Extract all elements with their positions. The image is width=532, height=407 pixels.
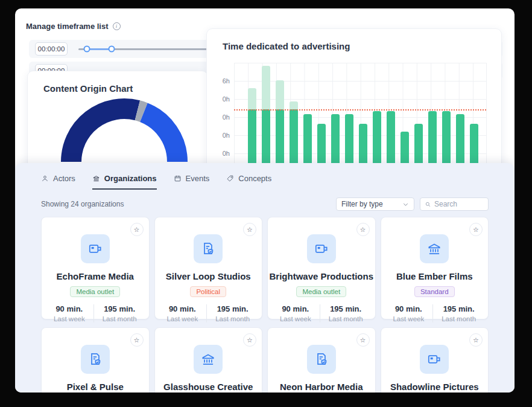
organization-card[interactable]: ☆ Shadowline Pictures Media outlet 90 mi… [381, 327, 489, 393]
organization-type-icon [194, 234, 223, 263]
stat-last-week-label: Last week [280, 315, 311, 322]
content-origin-donut-chart [60, 98, 188, 168]
video-icon [426, 351, 442, 367]
stat-last-month-label: Last month [442, 315, 476, 322]
tab-label: Organizations [104, 174, 157, 183]
favorite-star-button[interactable]: ☆ [356, 333, 370, 347]
timeframe-title: Manage timeframe list [26, 22, 109, 31]
filter-by-type-select[interactable]: Filter by type [336, 197, 414, 211]
organization-name: Glasshouse Creative [155, 382, 262, 392]
screenshot-root: { "colors": { "accent_blue": "#3b82f0", … [0, 0, 532, 407]
organization-name: Pixel & Pulse [42, 382, 149, 392]
tab-concepts[interactable]: Concepts [226, 174, 271, 190]
organization-card[interactable]: ☆ Glasshouse Creative Standard 90 min. L… [154, 327, 263, 393]
stat-last-month-value: 195 min. [442, 304, 476, 313]
entities-panel: ActorsOrganizationsEventsConcepts Showin… [15, 163, 515, 393]
stat-last-week-label: Last week [54, 315, 85, 322]
search-icon [425, 201, 431, 208]
organization-type-icon [420, 345, 449, 374]
organization-card[interactable]: ☆ Blue Ember Films Standard 90 min. Last… [381, 217, 489, 319]
stat-last-month-label: Last month [103, 315, 137, 322]
stat-last-month: 195 min. Last month [206, 304, 258, 322]
stat-last-week: 90 min. Last week [45, 304, 93, 322]
y-tick-label: 0h [223, 150, 230, 157]
stat-last-week-label: Last week [166, 315, 198, 322]
tab-actors[interactable]: Actors [41, 174, 75, 190]
organization-card[interactable]: ☆ Pixel & Pulse Political 90 min. Last w… [41, 327, 150, 393]
filter-select-label: Filter by type [341, 200, 383, 208]
organizations-grid: ☆ EchoFrame Media Media outlet 90 min. L… [41, 217, 489, 393]
slider-handle-start[interactable] [84, 46, 90, 53]
person-icon [41, 175, 49, 182]
organization-name: Blue Ember Films [381, 271, 489, 281]
calendar-icon [174, 175, 182, 182]
y-tick-label: 0h [223, 132, 230, 139]
organization-card[interactable]: ☆ Neon Harbor Media Political 90 min. La… [267, 327, 376, 393]
stat-last-week: 90 min. Last week [384, 304, 432, 322]
stat-last-week-value: 90 min. [166, 304, 198, 313]
time-input-1[interactable] [35, 42, 68, 56]
y-tick-label: 0h [223, 95, 230, 103]
panel-meta-row: Showing 24 organizations Filter by type [41, 197, 489, 211]
file-icon [200, 241, 216, 257]
favorite-star-button[interactable]: ☆ [130, 333, 144, 347]
tab-label: Actors [53, 174, 75, 183]
favorite-star-button[interactable]: ☆ [243, 333, 256, 347]
timeframe-header: Manage timeframe list i [26, 22, 121, 31]
stat-last-week: 90 min. Last week [158, 304, 206, 322]
stat-last-month: 195 min. Last month [432, 304, 484, 322]
organization-name: Silver Loop Studios [155, 271, 262, 281]
stat-last-week-value: 90 min. [393, 304, 424, 313]
panel-controls: Filter by type [336, 197, 489, 211]
stat-last-month-label: Last month [329, 315, 363, 322]
organization-type-icon [307, 345, 336, 374]
tab-label: Concepts [238, 174, 271, 183]
tab-organizations[interactable]: Organizations [92, 174, 157, 190]
content-origin-title: Content Origin Chart [43, 83, 133, 94]
y-tick-label: 6h [223, 77, 230, 85]
favorite-star-button[interactable]: ☆ [243, 223, 256, 236]
stat-last-month-value: 195 min. [215, 304, 250, 313]
organization-name: Shadowline Pictures [381, 382, 489, 392]
info-icon[interactable]: i [113, 22, 121, 30]
organization-card[interactable]: ☆ Brightwave Productions Media outlet 90… [267, 217, 376, 319]
donut-segment-1 [71, 109, 138, 162]
search-box[interactable] [420, 197, 489, 211]
video-icon [87, 241, 103, 257]
favorite-star-button[interactable]: ☆ [469, 333, 483, 347]
video-icon [314, 241, 329, 257]
stat-last-month-value: 195 min. [329, 304, 363, 313]
organization-type-icon [307, 234, 336, 263]
organization-name: Neon Harbor Media [268, 382, 375, 392]
organization-card[interactable]: ☆ Silver Loop Studios Political 90 min. … [154, 217, 263, 319]
organization-name: EchoFrame Media [42, 271, 149, 281]
stat-last-month: 195 min. Last month [320, 304, 372, 322]
advertising-title: Time dedicated to advertising [223, 41, 350, 51]
slider-handle-end[interactable] [109, 46, 115, 53]
entity-tabs: ActorsOrganizationsEventsConcepts [15, 163, 515, 190]
organization-type-badge: Standard [414, 286, 455, 297]
result-count-text: Showing 24 organizations [41, 200, 124, 208]
y-tick-label: 0h [223, 114, 230, 121]
favorite-star-button[interactable]: ☆ [356, 223, 370, 236]
donut-segment-3 [144, 112, 177, 162]
stat-last-month-label: Last month [215, 315, 250, 322]
organization-type-badge: Media outlet [296, 286, 346, 297]
chevron-down-icon [402, 201, 409, 208]
organization-type-icon [420, 234, 449, 263]
file-icon [87, 351, 103, 367]
search-input[interactable] [434, 200, 484, 208]
favorite-star-button[interactable]: ☆ [130, 223, 144, 236]
stat-last-week: 90 min. Last week [271, 304, 320, 322]
organization-card[interactable]: ☆ EchoFrame Media Media outlet 90 min. L… [41, 217, 150, 319]
organization-stats: 90 min. Last week 195 min. Last month [268, 304, 375, 322]
organization-type-icon [194, 345, 223, 374]
bank-icon [92, 175, 100, 182]
favorite-star-button[interactable]: ☆ [469, 223, 483, 236]
organization-stats: 90 min. Last week 195 min. Last month [381, 304, 489, 322]
organization-name: Brightwave Productions [268, 271, 375, 281]
stat-last-month: 195 min. Last month [93, 304, 145, 322]
stat-last-week-label: Last week [393, 315, 424, 322]
stat-last-week-value: 90 min. [54, 304, 85, 313]
tab-events[interactable]: Events [174, 174, 210, 190]
